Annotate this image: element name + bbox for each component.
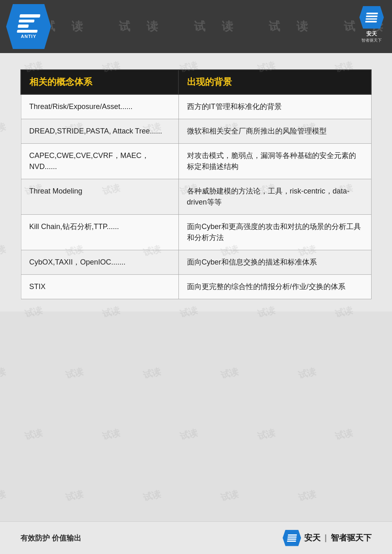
watermark-item: 试读	[0, 365, 7, 382]
page-header: ANTIY 试读 试读 试读 试读 试读 试读 试读 试读 试读 安天 智者驱天…	[0, 0, 392, 53]
logo-stripe-2	[18, 20, 34, 23]
watermark-item: 试读	[0, 488, 7, 504]
brand-icon-inner	[365, 13, 378, 22]
table-cell-background: 面向Cyber和信息交换的描述和标准体系	[178, 250, 371, 275]
footer-tagline: 有效防护 价值输出	[20, 533, 81, 543]
watermark-item: 试读	[64, 488, 85, 504]
table-row: Threat Modeling各种威胁建模的方法论，工具，risk-centri…	[21, 179, 371, 215]
brand-sub: 智者驱天下	[361, 38, 382, 43]
table-cell-concept: CybOX,TAXII，OpenIOC.......	[21, 250, 178, 275]
table-row: CybOX,TAXII，OpenIOC.......面向Cyber和信息交换的描…	[21, 250, 371, 275]
watermark-item: 试读	[256, 427, 276, 443]
watermark-item: 试读	[142, 488, 162, 504]
footer-logo: 安天 | 智者驱天下	[283, 530, 372, 546]
footer-stripe-1	[288, 534, 297, 536]
logo-stripe-4	[17, 30, 38, 33]
col2-header: 出现的背景	[178, 70, 371, 94]
page-footer: 有效防护 价值输出 安天 | 智者驱天下	[0, 521, 392, 554]
logo-stripe-3	[18, 24, 29, 28]
brand-stripe-3	[365, 18, 377, 20]
footer-stripe-4	[287, 541, 296, 542]
concept-table: 相关的概念体系 出现的背景 Threat/Risk/Exposure/Asset…	[20, 69, 372, 299]
watermark-item: 试读	[23, 427, 44, 443]
table-header-row: 相关的概念体系 出现的背景	[21, 70, 371, 94]
logo-antiy-text: ANTIY	[21, 34, 36, 39]
footer-brand-tagline-text: 智者驱天下	[331, 533, 372, 542]
antiy-logo: ANTIY	[6, 4, 51, 49]
watermark-item: 试读	[219, 488, 240, 504]
footer-brand-name-text: 安天	[304, 533, 321, 542]
table-cell-background: 微软和相关安全厂商所推出的风险管理模型	[178, 119, 371, 144]
footer-stripe-3	[287, 538, 296, 540]
brand-name: 安天	[366, 30, 377, 38]
brand-stripe-2	[366, 15, 378, 17]
watermark-item: 试读	[334, 427, 354, 443]
main-content: 相关的概念体系 出现的背景 Threat/Risk/Exposure/Asset…	[0, 53, 392, 311]
watermark-item: 试读	[297, 365, 317, 382]
table-cell-background: 西方的IT管理和标准化的背景	[178, 94, 371, 119]
table-row: DREAD,STRIDE,PASTA, Attack Tree......微软和…	[21, 119, 371, 144]
table-cell-concept: Threat/Risk/Exposure/Asset......	[21, 94, 178, 119]
table-cell-background: 面向Cyber和更高强度的攻击和对抗的场景的分析工具和分析方法	[178, 215, 371, 250]
brand-icon-hex	[359, 6, 384, 29]
table-row: CAPEC,CWE,CVE,CVRF，MAEC，NVD......对攻击模式，脆…	[21, 144, 371, 179]
table-cell-concept: Kill Chain,钻石分析,TTP......	[21, 215, 178, 250]
watermark-item: 试读	[101, 427, 121, 443]
header-brand: 安天 智者驱天下	[359, 6, 384, 43]
header-watermark-area: 试读 试读 试读 试读 试读 试读 试读 试读 试读	[51, 19, 392, 34]
brand-stripe-4	[365, 21, 377, 22]
brand-stripe-1	[366, 13, 378, 14]
footer-separator: |	[325, 533, 327, 542]
footer-logo-icon-inner	[287, 534, 297, 542]
table-cell-background: 各种威胁建模的方法论，工具，risk-centric，data-driven等等	[178, 179, 371, 215]
watermark-item: 试读	[219, 365, 240, 382]
watermark-item: 试读	[297, 488, 317, 504]
watermark-item: 试读	[64, 365, 85, 382]
table-row: STIX面向更完整的综合性的情报分析/作业/交换的体系	[21, 275, 371, 299]
table-cell-background: 对攻击模式，脆弱点，漏洞等各种基础的安全元素的标定和描述结构	[178, 144, 371, 179]
table-row: Kill Chain,钻石分析,TTP......面向Cyber和更高强度的攻击…	[21, 215, 371, 250]
logo-stripe-1	[20, 14, 40, 18]
header-watermark-text: 试读 试读 试读 试读 试读 试读 试读 试读 试读	[51, 19, 392, 34]
watermark-item: 试读	[142, 365, 162, 382]
footer-stripe-2	[287, 536, 296, 538]
table-cell-concept: DREAD,STRIDE,PASTA, Attack Tree......	[21, 119, 178, 144]
table-cell-background: 面向更完整的综合性的情报分析/作业/交换的体系	[178, 275, 371, 299]
logo-stripes	[17, 14, 40, 33]
watermark-item: 试读	[178, 427, 199, 443]
table-cell-concept: STIX	[21, 275, 178, 299]
footer-brand-name: 安天 | 智者驱天下	[304, 532, 372, 543]
col1-header: 相关的概念体系	[21, 70, 178, 94]
table-cell-concept: CAPEC,CWE,CVE,CVRF，MAEC，NVD......	[21, 144, 178, 179]
table-cell-concept: Threat Modeling	[21, 179, 178, 215]
footer-brand-info: 安天 | 智者驱天下	[304, 532, 372, 543]
table-row: Threat/Risk/Exposure/Asset......西方的IT管理和…	[21, 94, 371, 119]
footer-logo-icon	[283, 530, 301, 546]
